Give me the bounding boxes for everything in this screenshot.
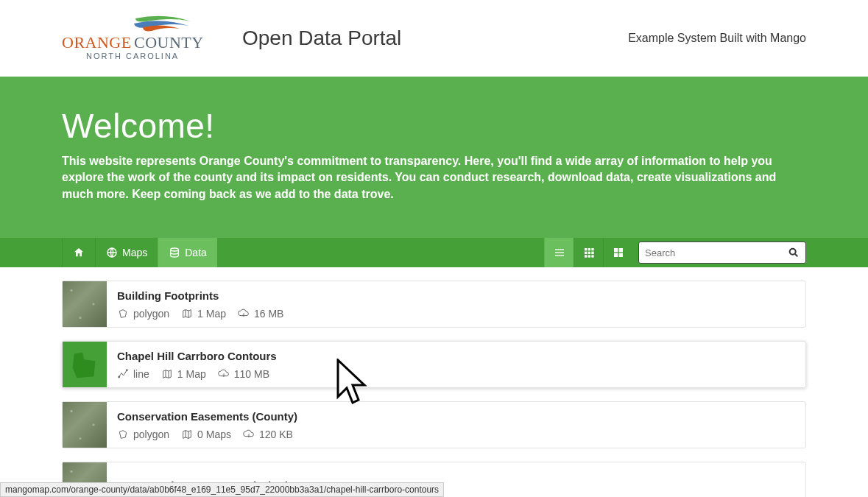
download-icon (243, 429, 255, 440)
nav-right (544, 238, 806, 267)
svg-rect-8 (585, 248, 587, 250)
search-icon (788, 247, 800, 258)
hero-banner: Welcome! This website represents Orange … (0, 77, 868, 238)
dataset-title: Building Footprints (117, 289, 283, 302)
nav-home[interactable] (62, 238, 95, 267)
svg-line-22 (795, 254, 797, 256)
site-header: ORANGE COUNTY NORTH CAROLINA Open Data P… (0, 0, 868, 77)
data-icon (169, 247, 180, 258)
svg-rect-16 (591, 255, 593, 258)
list-item[interactable]: Conservation Easements (County) polygon … (62, 401, 806, 448)
svg-text:COUNTY: COUNTY (134, 33, 204, 52)
hero-body: This website represents Orange County's … (62, 153, 805, 202)
svg-rect-12 (588, 252, 590, 254)
svg-rect-20 (618, 253, 622, 257)
svg-text:ORANGE: ORANGE (62, 33, 132, 52)
svg-rect-5 (555, 250, 564, 250)
dataset-list: Building Footprints polygon 1 Map 16 MB … (0, 267, 868, 497)
orange-county-logo-icon: ORANGE COUNTY NORTH CAROLINA (62, 13, 224, 64)
nav-maps-label: Maps (122, 247, 147, 258)
hero-title: Welcome! (62, 106, 806, 146)
view-list-button[interactable] (544, 238, 574, 267)
dataset-info: Chapel Hill Carrboro Contours line 1 Map… (107, 342, 287, 387)
search-box[interactable] (638, 242, 806, 264)
dataset-info: Conservation Easements (County) polygon … (107, 402, 308, 448)
svg-rect-15 (588, 255, 590, 258)
map-icon (181, 308, 193, 320)
dataset-thumb (63, 281, 107, 327)
svg-rect-7 (555, 255, 564, 256)
svg-rect-9 (588, 248, 590, 250)
globe-icon (106, 247, 118, 258)
svg-rect-6 (555, 253, 564, 253)
list-item[interactable]: Building Footprints polygon 1 Map 16 MB (62, 281, 806, 328)
svg-text:NORTH CAROLINA: NORTH CAROLINA (86, 52, 179, 60)
dataset-title: Conservation Easements (County) (117, 410, 297, 423)
svg-point-24 (126, 369, 127, 370)
home-icon (73, 247, 85, 258)
download-icon (218, 368, 230, 380)
dataset-meta: polygon 0 Maps 120 KB (117, 429, 297, 440)
list-icon (554, 247, 565, 258)
org-logo[interactable]: ORANGE COUNTY NORTH CAROLINA (62, 13, 224, 64)
svg-rect-19 (614, 253, 618, 257)
dataset-meta: line 1 Map 110 MB (117, 368, 277, 380)
svg-point-21 (790, 249, 796, 255)
download-icon (238, 308, 250, 320)
svg-rect-13 (591, 252, 593, 254)
grid-small-icon (583, 247, 595, 258)
svg-rect-17 (614, 248, 618, 252)
dataset-info: Building Footprints polygon 1 Map 16 MB (107, 281, 294, 327)
view-grid-large-button[interactable] (603, 238, 632, 267)
dataset-thumb (63, 342, 107, 387)
svg-point-4 (171, 248, 179, 251)
dataset-title: Chapel Hill Carrboro Contours (117, 350, 277, 362)
view-grid-small-button[interactable] (574, 238, 603, 267)
nav-maps[interactable]: Maps (95, 238, 158, 267)
status-bar: mangomap.com/orange-county/data/ab0b6f48… (0, 482, 444, 497)
portal-title: Open Data Portal (242, 27, 401, 50)
dataset-meta: polygon 1 Map 16 MB (117, 308, 283, 320)
svg-rect-18 (618, 248, 622, 252)
map-icon (181, 429, 193, 440)
line-icon (117, 368, 129, 380)
list-item[interactable]: Chapel Hill Carrboro Contours line 1 Map… (62, 341, 806, 388)
dataset-thumb (63, 402, 107, 448)
map-icon (161, 368, 173, 380)
search-input[interactable] (645, 247, 788, 258)
svg-point-23 (119, 376, 120, 378)
polygon-icon (117, 308, 129, 320)
nav-data[interactable]: Data (158, 238, 217, 267)
nav-bar: Maps Data (0, 238, 868, 267)
nav-data-label: Data (185, 247, 207, 258)
grid-large-icon (613, 247, 624, 258)
tagline[interactable]: Example System Built with Mango (628, 32, 806, 45)
svg-rect-10 (591, 248, 593, 250)
polygon-icon (117, 429, 129, 440)
svg-rect-11 (585, 252, 587, 254)
svg-rect-14 (585, 255, 587, 258)
